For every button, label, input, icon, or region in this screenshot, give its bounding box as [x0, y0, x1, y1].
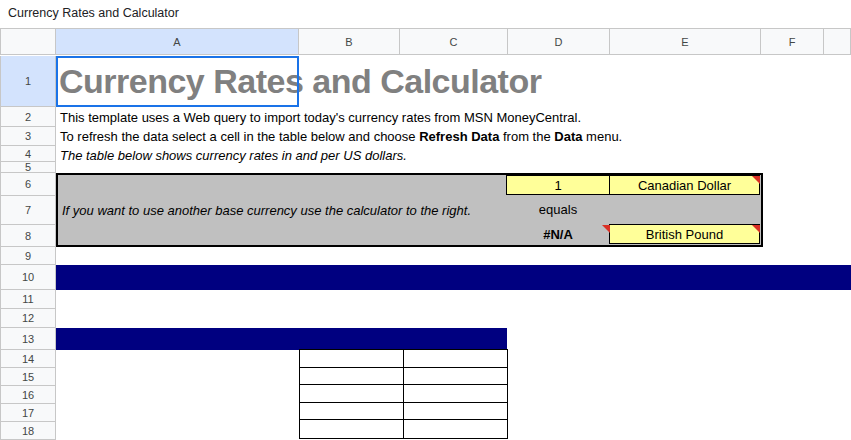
column-header-F[interactable]: F — [761, 28, 824, 55]
column-header-D[interactable]: D — [508, 28, 610, 55]
rates-table-cell[interactable] — [404, 403, 508, 421]
document-title: Currency Rates and Calculator — [8, 6, 179, 20]
cell-equals-label[interactable]: equals — [506, 196, 610, 222]
row-header-14[interactable]: 14 — [0, 350, 56, 368]
row-header-3[interactable]: 3 — [0, 127, 56, 146]
column-header-partial[interactable] — [824, 28, 851, 55]
titlebar: Currency Rates and Calculator — [0, 0, 851, 28]
spreadsheet-app: Currency Rates and Calculator ABCDEF 123… — [0, 0, 851, 440]
column-header-B[interactable]: B — [299, 28, 400, 55]
column-header-E[interactable]: E — [610, 28, 761, 55]
row-header-5[interactable]: 5 — [0, 162, 56, 173]
row-header-6[interactable]: 6 — [0, 173, 56, 196]
navy-band-row10[interactable] — [56, 265, 851, 290]
intro-line2-text2: from the — [499, 129, 554, 144]
cell-to-currency[interactable]: British Pound — [609, 224, 760, 244]
rates-table-cell[interactable] — [300, 385, 404, 403]
cell-intro-line1[interactable]: This template uses a Web query to import… — [60, 108, 581, 127]
rates-table-cell[interactable] — [404, 385, 508, 403]
row-header-18[interactable]: 18 — [0, 422, 56, 440]
rates-table-cell[interactable] — [404, 350, 508, 368]
comment-flag-icon — [752, 176, 760, 184]
navy-band-row13[interactable] — [56, 328, 507, 350]
row-header-7[interactable]: 7 — [0, 196, 56, 225]
select-all-corner[interactable] — [0, 28, 56, 55]
comment-flag-icon — [602, 225, 610, 233]
cell-sheet-title[interactable]: Currency Rates and Calculator — [59, 62, 541, 101]
rates-table-cell[interactable] — [404, 420, 508, 438]
row-header-11[interactable]: 11 — [0, 290, 56, 309]
cell-from-currency[interactable]: Canadian Dollar — [609, 175, 760, 195]
row-header-17[interactable]: 17 — [0, 404, 56, 422]
rates-table-cell[interactable] — [300, 350, 404, 368]
intro-line2-bold1: Refresh Data — [419, 129, 499, 144]
column-header-C[interactable]: C — [400, 28, 508, 55]
cell-amount[interactable]: 1 — [506, 175, 610, 195]
calculator-note[interactable]: If you want to use another base currency… — [62, 203, 471, 218]
comment-flag-icon — [752, 225, 760, 233]
rates-table-cell[interactable] — [404, 368, 508, 386]
row-header-15[interactable]: 15 — [0, 368, 56, 386]
row-header-10[interactable]: 10 — [0, 265, 56, 290]
intro-line2-text1: To refresh the data select a cell in the… — [60, 129, 419, 144]
column-header-A[interactable]: A — [56, 28, 299, 55]
cell-intro-line2[interactable]: To refresh the data select a cell in the… — [60, 127, 622, 146]
row-header-9[interactable]: 9 — [0, 247, 56, 265]
row-header-12[interactable]: 12 — [0, 309, 56, 328]
rates-table-cell[interactable] — [300, 368, 404, 386]
row-header-1[interactable]: 1 — [0, 56, 56, 107]
rates-table — [299, 349, 508, 439]
intro-line2-text3: menu. — [582, 129, 622, 144]
rates-table-cell[interactable] — [300, 420, 404, 438]
intro-line2-bold2: Data — [554, 129, 582, 144]
row-header-13[interactable]: 13 — [0, 328, 56, 350]
rates-table-cell[interactable] — [300, 403, 404, 421]
cell-result-value[interactable]: #N/A — [506, 224, 610, 244]
row-header-2[interactable]: 2 — [0, 107, 56, 127]
row-header-4[interactable]: 4 — [0, 146, 56, 162]
cell-intro-line3[interactable]: The table below shows currency rates in … — [60, 146, 407, 165]
row-header-16[interactable]: 16 — [0, 386, 56, 404]
row-header-8[interactable]: 8 — [0, 225, 56, 247]
